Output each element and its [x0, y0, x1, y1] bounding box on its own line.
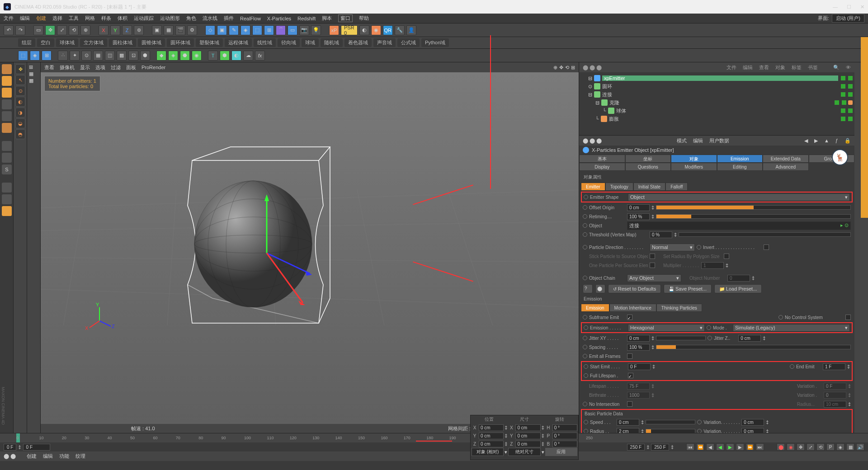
- poly-mode-icon[interactable]: [2, 123, 12, 133]
- menu-pipeline[interactable]: 流水线: [203, 15, 217, 22]
- spacing-slider[interactable]: [656, 345, 851, 349]
- om-view[interactable]: 查看: [759, 64, 769, 71]
- menu-select[interactable]: 选择: [52, 15, 62, 22]
- rec-button[interactable]: ⬤: [777, 443, 785, 451]
- nocontrol-checkbox[interactable]: [845, 315, 851, 320]
- light-button[interactable]: 💡: [311, 25, 321, 35]
- key-pos-button[interactable]: ✥: [797, 443, 805, 451]
- fld-cylinder[interactable]: 圆柱体域: [111, 39, 134, 46]
- particle-dir-dropdown[interactable]: Normal▾: [650, 244, 695, 251]
- mat-function[interactable]: 功能: [59, 453, 69, 460]
- size-y-field[interactable]: 0 cm: [515, 432, 540, 439]
- tab-emission[interactable]: Emission: [717, 155, 763, 163]
- st6[interactable]: ⊙: [81, 51, 91, 61]
- grid2-icon[interactable]: ▦: [29, 71, 38, 77]
- grid3-icon[interactable]: ▩: [29, 78, 38, 84]
- brush4-icon[interactable]: ◒: [15, 118, 25, 128]
- jitterz-field[interactable]: 0 cm: [738, 335, 761, 342]
- mode-dropdown[interactable]: Simulate (Legacy)▾: [733, 324, 850, 332]
- radius-field[interactable]: 2 cm: [617, 428, 639, 433]
- subtab-initial[interactable]: Initial State: [633, 183, 665, 191]
- next-frame-button[interactable]: ▶: [736, 443, 744, 451]
- subtab-emission[interactable]: Emission: [581, 304, 609, 312]
- mat-edit[interactable]: 编辑: [43, 453, 53, 460]
- mat-texture[interactable]: 纹理: [75, 453, 85, 460]
- maximize-button[interactable]: ☐: [847, 4, 851, 10]
- key-rot-button[interactable]: ⟲: [816, 443, 825, 451]
- next-key-button[interactable]: ⏩: [746, 443, 754, 451]
- menu-motiontrack[interactable]: 运动跟踪: [134, 15, 154, 22]
- vp-nav4-icon[interactable]: ⊞: [571, 65, 575, 70]
- undo-button[interactable]: ↶: [4, 25, 14, 35]
- load-preset-button[interactable]: 📁 Load Preset...: [714, 284, 762, 293]
- brush2-icon[interactable]: ◐: [15, 97, 25, 107]
- save-preset-button[interactable]: 💾 Save Preset...: [664, 284, 712, 293]
- point-mode-icon[interactable]: [2, 99, 12, 109]
- endemit-field[interactable]: 1 F: [823, 363, 845, 370]
- menu-spline[interactable]: 样条: [101, 15, 111, 22]
- cur-frame-field[interactable]: 0 F: [23, 444, 50, 451]
- minimize-button[interactable]: —: [833, 4, 838, 10]
- magnet-icon[interactable]: [2, 183, 12, 193]
- st5[interactable]: ✦: [70, 51, 80, 61]
- st12[interactable]: ◆: [156, 51, 166, 61]
- jitterxy-field[interactable]: 0 cm: [627, 335, 650, 342]
- subframe-checkbox[interactable]: [627, 315, 632, 320]
- menu-help[interactable]: 帮助: [359, 15, 369, 22]
- render-view-button[interactable]: ▣: [152, 25, 162, 35]
- jitterxy-slider[interactable]: [656, 336, 706, 340]
- st-text[interactable]: T: [208, 51, 218, 61]
- size-z-field[interactable]: 0 cm: [515, 441, 540, 447]
- st17[interactable]: ◐: [231, 51, 241, 61]
- retiming-slider[interactable]: [656, 214, 851, 219]
- help-button[interactable]: ?: [583, 284, 593, 293]
- spacing-field[interactable]: 100 %: [627, 344, 650, 351]
- object-link-field[interactable]: 连接▸ ⊙: [627, 221, 851, 230]
- move-axis-icon[interactable]: ✥: [15, 64, 25, 74]
- record-button[interactable]: ⬤: [595, 284, 605, 293]
- arrow-icon[interactable]: ↖: [15, 75, 25, 85]
- st14[interactable]: ⬣: [180, 51, 190, 61]
- menu-xparticles[interactable]: X-Particles: [267, 16, 291, 21]
- st13[interactable]: ◈: [168, 51, 178, 61]
- st11[interactable]: ⬢: [140, 51, 150, 61]
- size-mode-dropdown[interactable]: 绝对尺寸: [508, 448, 540, 456]
- st10[interactable]: ⊡: [128, 51, 138, 61]
- speed-slider[interactable]: [646, 420, 695, 424]
- vp-options[interactable]: 选项: [95, 64, 105, 71]
- z-axis-button[interactable]: Z: [122, 25, 132, 35]
- recent-tool[interactable]: ⊕: [80, 25, 90, 35]
- startemit-field[interactable]: 0 F: [628, 363, 651, 370]
- subtab-tp[interactable]: Thinking Particles: [656, 304, 702, 312]
- plugin4-button[interactable]: 👤: [406, 25, 416, 35]
- rotate-tool[interactable]: ⟲: [69, 25, 79, 35]
- size-x-field[interactable]: 0 cm: [515, 424, 540, 431]
- om-file[interactable]: 文件: [726, 64, 736, 71]
- mat-create[interactable]: 创建: [27, 453, 37, 460]
- om-tags[interactable]: 标签: [792, 64, 802, 71]
- fld-cone[interactable]: 圆锥体域: [140, 39, 163, 46]
- fld-ball[interactable]: 球域: [303, 39, 317, 46]
- tab-coord[interactable]: 坐标: [625, 155, 671, 163]
- sound-button[interactable]: 🔊: [856, 443, 864, 451]
- menu-file[interactable]: 文件: [4, 15, 14, 22]
- grid1-icon[interactable]: ⊞: [29, 64, 38, 70]
- workplane-mode-icon[interactable]: [2, 88, 12, 98]
- redo-button[interactable]: ↷: [15, 25, 25, 35]
- am-next-icon[interactable]: ▶: [814, 138, 818, 144]
- pen-button[interactable]: ✎: [229, 25, 239, 35]
- threshold-field[interactable]: 0 %: [650, 231, 672, 238]
- am-edit[interactable]: 编辑: [693, 137, 703, 144]
- radiuspoly-checkbox[interactable]: [724, 254, 729, 259]
- st8[interactable]: ◫: [105, 51, 115, 61]
- onepp-checkbox[interactable]: [650, 263, 655, 268]
- am-fn-icon[interactable]: ƒ: [835, 138, 838, 143]
- brush1-icon[interactable]: ⊙: [15, 86, 25, 96]
- fld-capsule[interactable]: 塑裂体域: [198, 39, 221, 46]
- st15[interactable]: ◉: [192, 51, 202, 61]
- vp-view[interactable]: 查看: [44, 64, 54, 71]
- layout-dropdown[interactable]: 启动 (用户): [832, 14, 864, 23]
- select-tool[interactable]: ▭: [33, 25, 43, 35]
- axis-mode-icon[interactable]: [2, 141, 12, 151]
- menu-volume[interactable]: 体积: [118, 15, 127, 22]
